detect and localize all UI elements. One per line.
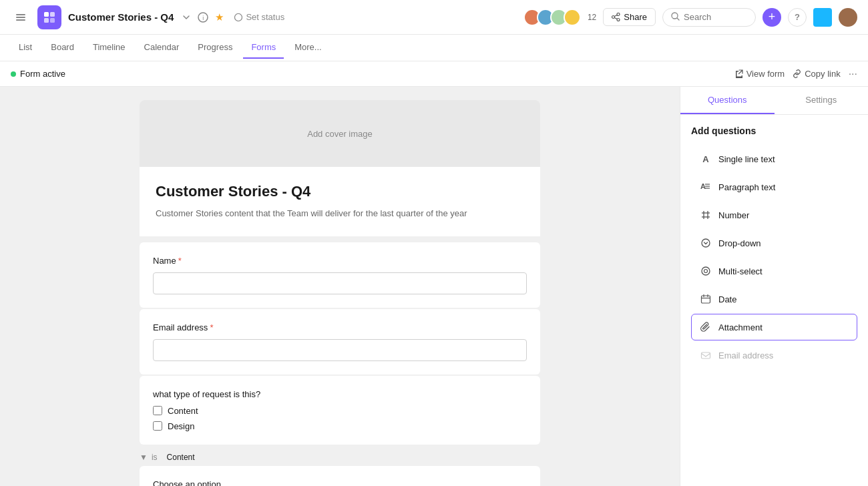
number-label: Number: [718, 210, 749, 220]
tab-board[interactable]: Board: [43, 37, 82, 59]
tab-timeline[interactable]: Timeline: [85, 37, 134, 59]
copy-link-button[interactable]: Copy link: [793, 69, 840, 79]
svg-point-25: [702, 239, 710, 247]
svg-rect-32: [702, 352, 710, 358]
design-label: Design: [168, 421, 194, 431]
form-area: Add cover image Customer Stories - Q4 Cu…: [0, 87, 680, 486]
user-accent-block: [813, 8, 832, 27]
project-title: Customer Stories - Q4: [68, 11, 174, 23]
form-active-label: Form active: [20, 69, 65, 79]
nav-tabs: List Board Timeline Calendar Progress Fo…: [0, 35, 868, 61]
help-button[interactable]: ?: [788, 8, 807, 27]
email-label: Email address *: [153, 322, 527, 332]
active-dot: [11, 71, 16, 77]
favorite-button[interactable]: ★: [214, 10, 225, 25]
form-title: Customer Stories - Q4: [156, 183, 524, 200]
svg-rect-5: [44, 18, 49, 23]
paragraph-text-label: Paragraph text: [718, 182, 775, 192]
avatar-count: 12: [588, 13, 596, 22]
statusbar-actions: View form Copy link ···: [734, 68, 857, 80]
question-item-dropdown[interactable]: Drop-down: [691, 230, 857, 256]
content-checkbox[interactable]: [153, 406, 162, 415]
design-checkbox[interactable]: [153, 421, 162, 431]
question-item-date[interactable]: Date: [691, 286, 857, 312]
search-bar: [662, 8, 756, 27]
set-status-button[interactable]: Set status: [229, 9, 290, 25]
hamburger-button[interactable]: [11, 7, 31, 27]
name-input[interactable]: [153, 272, 527, 294]
search-icon: [671, 12, 680, 23]
question-item-attachment[interactable]: Attachment: [691, 314, 857, 340]
sub-field-label: Choose an option: [153, 479, 527, 487]
dropdown-icon: [700, 237, 712, 249]
name-field-card: Name *: [140, 242, 540, 308]
number-icon: [700, 209, 712, 221]
svg-point-11: [612, 16, 615, 19]
tab-list[interactable]: List: [11, 37, 40, 59]
svg-rect-2: [16, 19, 25, 21]
add-button[interactable]: +: [763, 8, 781, 27]
email-field-card: Email address *: [140, 309, 540, 375]
svg-point-26: [702, 267, 710, 275]
view-form-label: View form: [746, 69, 785, 79]
user-avatar-button[interactable]: [839, 8, 857, 27]
svg-rect-28: [702, 296, 710, 303]
cover-image-label: Add cover image: [307, 129, 373, 139]
tab-progress[interactable]: Progress: [190, 37, 240, 59]
email-input[interactable]: [153, 339, 527, 361]
avatar: [564, 9, 581, 26]
form-canvas: Add cover image Customer Stories - Q4 Cu…: [140, 100, 540, 486]
svg-point-9: [235, 13, 242, 21]
name-label: Name *: [153, 256, 527, 266]
condition-chevron-icon: ▼: [140, 453, 148, 462]
svg-rect-1: [16, 17, 25, 18]
checkbox-item-design[interactable]: Design: [153, 421, 527, 431]
attachment-label: Attachment: [718, 322, 763, 332]
add-questions-title: Add questions: [691, 126, 857, 136]
condition-row: ▼ is Content: [140, 446, 540, 466]
panel-tabs: Questions Settings: [680, 87, 868, 115]
request-type-field-card: what type of request is this? Content De…: [140, 376, 540, 445]
tab-more[interactable]: More...: [286, 37, 329, 59]
share-button[interactable]: Share: [603, 8, 656, 26]
checkbox-item-content[interactable]: Content: [153, 406, 527, 416]
date-label: Date: [718, 294, 736, 304]
condition-is-text: is: [152, 453, 158, 462]
question-item-email-address[interactable]: Email address: [691, 342, 857, 369]
svg-rect-4: [50, 12, 55, 17]
avatar-group: [527, 9, 581, 26]
svg-text:A: A: [700, 182, 706, 190]
panel-content: Add questions A Single line text A Parag…: [680, 115, 868, 381]
content-label: Content: [168, 406, 198, 416]
share-label: Share: [624, 12, 647, 22]
condition-value-badge: Content: [162, 451, 200, 463]
tab-questions[interactable]: Questions: [680, 87, 775, 114]
date-icon: [700, 293, 712, 305]
topbar-left: Customer Stories - Q4 i ★ Set status: [11, 5, 521, 29]
tab-settings[interactable]: Settings: [775, 87, 869, 114]
chevron-down-button[interactable]: [180, 11, 192, 23]
cover-image-area[interactable]: Add cover image: [140, 100, 540, 167]
tab-calendar[interactable]: Calendar: [136, 37, 188, 59]
svg-rect-0: [16, 14, 25, 15]
topbar-right: 12 Share + ?: [527, 8, 857, 27]
search-input[interactable]: [684, 12, 737, 22]
view-form-button[interactable]: View form: [734, 69, 785, 79]
svg-point-10: [617, 13, 620, 16]
paragraph-text-icon: A: [700, 181, 712, 193]
svg-point-27: [704, 270, 708, 273]
svg-rect-3: [44, 12, 49, 17]
multi-select-label: Multi-select: [718, 266, 763, 276]
form-description: Customer Stories content that the Team w…: [156, 207, 524, 220]
question-item-paragraph-text[interactable]: A Paragraph text: [691, 174, 857, 200]
question-item-multi-select[interactable]: Multi-select: [691, 258, 857, 284]
svg-text:i: i: [203, 15, 204, 21]
email-required-star: *: [210, 322, 213, 332]
statusbar: Form active View form Copy link ···: [0, 61, 868, 87]
question-item-single-line-text[interactable]: A Single line text: [691, 146, 857, 172]
question-item-number[interactable]: Number: [691, 202, 857, 228]
more-options-button[interactable]: ···: [849, 68, 857, 80]
tab-forms[interactable]: Forms: [243, 37, 284, 59]
topbar-icons: i ★ Set status: [180, 9, 290, 25]
info-button[interactable]: i: [196, 11, 210, 24]
